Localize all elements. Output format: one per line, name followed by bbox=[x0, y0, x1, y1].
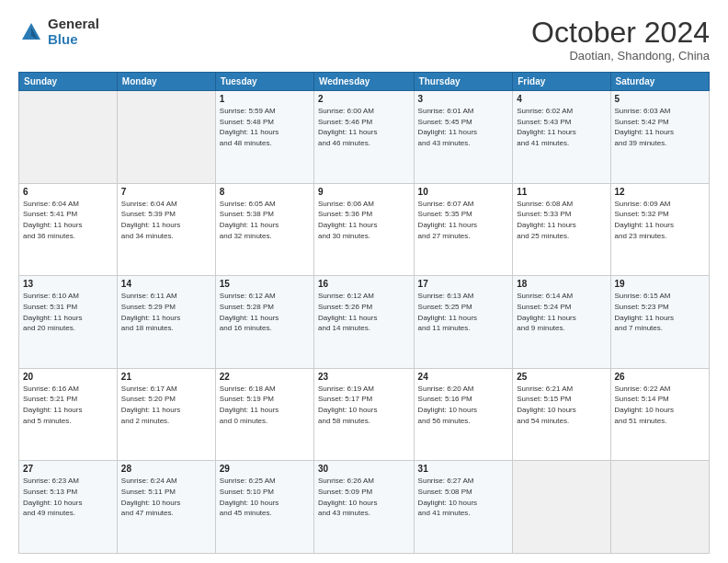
day-number: 30 bbox=[318, 464, 410, 474]
day-number: 18 bbox=[517, 279, 606, 289]
day-info: Sunrise: 6:06 AM Sunset: 5:36 PM Dayligh… bbox=[318, 199, 410, 241]
col-tuesday: Tuesday bbox=[215, 73, 313, 91]
day-info: Sunrise: 6:07 AM Sunset: 5:35 PM Dayligh… bbox=[418, 199, 509, 241]
cell-w3-d1: 13Sunrise: 6:10 AM Sunset: 5:31 PM Dayli… bbox=[19, 276, 118, 369]
day-number: 6 bbox=[23, 187, 113, 197]
logo-general-text: General bbox=[48, 17, 99, 32]
cell-w5-d4: 30Sunrise: 6:26 AM Sunset: 5:09 PM Dayli… bbox=[313, 461, 414, 554]
day-number: 20 bbox=[23, 372, 113, 382]
day-number: 28 bbox=[121, 464, 211, 474]
col-saturday: Saturday bbox=[610, 73, 709, 91]
day-info: Sunrise: 6:26 AM Sunset: 5:09 PM Dayligh… bbox=[318, 476, 410, 518]
day-info: Sunrise: 6:10 AM Sunset: 5:31 PM Dayligh… bbox=[23, 291, 113, 333]
cell-w1-d1 bbox=[19, 91, 118, 184]
day-info: Sunrise: 6:21 AM Sunset: 5:15 PM Dayligh… bbox=[517, 384, 606, 426]
day-info: Sunrise: 6:23 AM Sunset: 5:13 PM Dayligh… bbox=[23, 476, 113, 518]
day-number: 19 bbox=[615, 279, 705, 289]
day-info: Sunrise: 6:12 AM Sunset: 5:28 PM Dayligh… bbox=[220, 291, 310, 333]
day-number: 14 bbox=[121, 279, 211, 289]
day-info: Sunrise: 6:09 AM Sunset: 5:32 PM Dayligh… bbox=[615, 199, 705, 241]
cell-w1-d5: 3Sunrise: 6:01 AM Sunset: 5:45 PM Daylig… bbox=[414, 91, 513, 184]
cell-w5-d2: 28Sunrise: 6:24 AM Sunset: 5:11 PM Dayli… bbox=[117, 461, 215, 554]
calendar-header: Sunday Monday Tuesday Wednesday Thursday… bbox=[19, 73, 710, 91]
day-info: Sunrise: 6:01 AM Sunset: 5:45 PM Dayligh… bbox=[418, 106, 509, 148]
day-info: Sunrise: 6:02 AM Sunset: 5:43 PM Dayligh… bbox=[517, 106, 606, 148]
cell-w5-d6 bbox=[513, 461, 610, 554]
day-number: 26 bbox=[615, 372, 705, 382]
cell-w2-d7: 12Sunrise: 6:09 AM Sunset: 5:32 PM Dayli… bbox=[610, 183, 709, 276]
cell-w5-d1: 27Sunrise: 6:23 AM Sunset: 5:13 PM Dayli… bbox=[19, 461, 118, 554]
day-info: Sunrise: 6:25 AM Sunset: 5:10 PM Dayligh… bbox=[220, 476, 310, 518]
calendar-table: Sunday Monday Tuesday Wednesday Thursday… bbox=[18, 72, 710, 554]
day-number: 12 bbox=[615, 187, 705, 197]
cell-w4-d5: 24Sunrise: 6:20 AM Sunset: 5:16 PM Dayli… bbox=[414, 368, 513, 461]
day-number: 24 bbox=[418, 372, 509, 382]
col-friday: Friday bbox=[513, 73, 610, 91]
cell-w2-d1: 6Sunrise: 6:04 AM Sunset: 5:41 PM Daylig… bbox=[19, 183, 118, 276]
day-info: Sunrise: 6:00 AM Sunset: 5:46 PM Dayligh… bbox=[318, 106, 410, 148]
col-sunday: Sunday bbox=[19, 73, 118, 91]
col-monday: Monday bbox=[117, 73, 215, 91]
cell-w3-d5: 17Sunrise: 6:13 AM Sunset: 5:25 PM Dayli… bbox=[414, 276, 513, 369]
col-wednesday: Wednesday bbox=[313, 73, 414, 91]
cell-w3-d7: 19Sunrise: 6:15 AM Sunset: 5:23 PM Dayli… bbox=[610, 276, 709, 369]
day-number: 22 bbox=[220, 372, 310, 382]
page: General Blue October 2024 Daotian, Shand… bbox=[0, 0, 728, 563]
logo-icon bbox=[18, 19, 44, 45]
day-number: 13 bbox=[23, 279, 113, 289]
cell-w5-d3: 29Sunrise: 6:25 AM Sunset: 5:10 PM Dayli… bbox=[215, 461, 313, 554]
cell-w1-d6: 4Sunrise: 6:02 AM Sunset: 5:43 PM Daylig… bbox=[513, 91, 610, 184]
day-number: 27 bbox=[23, 464, 113, 474]
day-number: 21 bbox=[121, 372, 211, 382]
day-number: 9 bbox=[318, 187, 410, 197]
cell-w2-d2: 7Sunrise: 6:04 AM Sunset: 5:39 PM Daylig… bbox=[117, 183, 215, 276]
week-row-1: 1Sunrise: 5:59 AM Sunset: 5:48 PM Daylig… bbox=[19, 91, 710, 184]
day-info: Sunrise: 6:24 AM Sunset: 5:11 PM Dayligh… bbox=[121, 476, 211, 518]
cell-w3-d4: 16Sunrise: 6:12 AM Sunset: 5:26 PM Dayli… bbox=[313, 276, 414, 369]
cell-w5-d5: 31Sunrise: 6:27 AM Sunset: 5:08 PM Dayli… bbox=[414, 461, 513, 554]
day-info: Sunrise: 6:12 AM Sunset: 5:26 PM Dayligh… bbox=[318, 291, 410, 333]
cell-w3-d2: 14Sunrise: 6:11 AM Sunset: 5:29 PM Dayli… bbox=[117, 276, 215, 369]
day-number: 2 bbox=[318, 94, 410, 104]
day-info: Sunrise: 6:19 AM Sunset: 5:17 PM Dayligh… bbox=[318, 384, 410, 426]
cell-w2-d3: 8Sunrise: 6:05 AM Sunset: 5:38 PM Daylig… bbox=[215, 183, 313, 276]
day-info: Sunrise: 6:03 AM Sunset: 5:42 PM Dayligh… bbox=[615, 106, 705, 148]
logo: General Blue bbox=[18, 17, 99, 47]
day-info: Sunrise: 6:11 AM Sunset: 5:29 PM Dayligh… bbox=[121, 291, 211, 333]
day-number: 3 bbox=[418, 94, 509, 104]
day-info: Sunrise: 6:04 AM Sunset: 5:41 PM Dayligh… bbox=[23, 199, 113, 241]
day-info: Sunrise: 6:20 AM Sunset: 5:16 PM Dayligh… bbox=[418, 384, 509, 426]
day-info: Sunrise: 6:17 AM Sunset: 5:20 PM Dayligh… bbox=[121, 384, 211, 426]
day-number: 8 bbox=[220, 187, 310, 197]
day-info: Sunrise: 6:18 AM Sunset: 5:19 PM Dayligh… bbox=[220, 384, 310, 426]
logo-blue-text: Blue bbox=[48, 32, 99, 48]
day-info: Sunrise: 6:04 AM Sunset: 5:39 PM Dayligh… bbox=[121, 199, 211, 241]
cell-w4-d1: 20Sunrise: 6:16 AM Sunset: 5:21 PM Dayli… bbox=[19, 368, 118, 461]
cell-w3-d6: 18Sunrise: 6:14 AM Sunset: 5:24 PM Dayli… bbox=[513, 276, 610, 369]
week-row-4: 20Sunrise: 6:16 AM Sunset: 5:21 PM Dayli… bbox=[19, 368, 710, 461]
location: Daotian, Shandong, China bbox=[531, 49, 710, 63]
day-info: Sunrise: 6:14 AM Sunset: 5:24 PM Dayligh… bbox=[517, 291, 606, 333]
day-number: 4 bbox=[517, 94, 606, 104]
day-number: 10 bbox=[418, 187, 509, 197]
cell-w5-d7 bbox=[610, 461, 709, 554]
cell-w4-d7: 26Sunrise: 6:22 AM Sunset: 5:14 PM Dayli… bbox=[610, 368, 709, 461]
cell-w1-d7: 5Sunrise: 6:03 AM Sunset: 5:42 PM Daylig… bbox=[610, 91, 709, 184]
day-number: 16 bbox=[318, 279, 410, 289]
week-row-3: 13Sunrise: 6:10 AM Sunset: 5:31 PM Dayli… bbox=[19, 276, 710, 369]
week-row-5: 27Sunrise: 6:23 AM Sunset: 5:13 PM Dayli… bbox=[19, 461, 710, 554]
day-number: 7 bbox=[121, 187, 211, 197]
cell-w2-d6: 11Sunrise: 6:08 AM Sunset: 5:33 PM Dayli… bbox=[513, 183, 610, 276]
day-number: 11 bbox=[517, 187, 606, 197]
week-row-2: 6Sunrise: 6:04 AM Sunset: 5:41 PM Daylig… bbox=[19, 183, 710, 276]
cell-w4-d6: 25Sunrise: 6:21 AM Sunset: 5:15 PM Dayli… bbox=[513, 368, 610, 461]
day-info: Sunrise: 6:08 AM Sunset: 5:33 PM Dayligh… bbox=[517, 199, 606, 241]
day-info: Sunrise: 6:05 AM Sunset: 5:38 PM Dayligh… bbox=[220, 199, 310, 241]
day-info: Sunrise: 6:13 AM Sunset: 5:25 PM Dayligh… bbox=[418, 291, 509, 333]
day-number: 15 bbox=[220, 279, 310, 289]
day-number: 29 bbox=[220, 464, 310, 474]
cell-w2-d4: 9Sunrise: 6:06 AM Sunset: 5:36 PM Daylig… bbox=[313, 183, 414, 276]
day-info: Sunrise: 5:59 AM Sunset: 5:48 PM Dayligh… bbox=[220, 106, 310, 148]
cell-w1-d2 bbox=[117, 91, 215, 184]
day-number: 31 bbox=[418, 464, 509, 474]
